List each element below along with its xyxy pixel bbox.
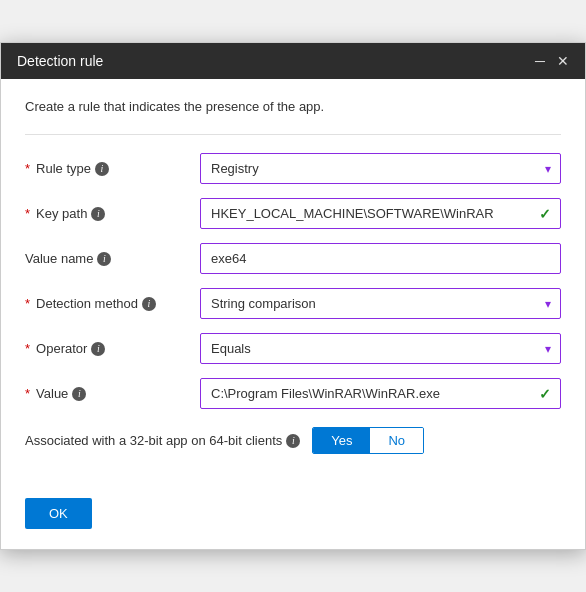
operator-select[interactable]: Equals Not equal Greater than Greater th… [200, 333, 561, 364]
key-path-label: * Key path i [25, 206, 200, 221]
operator-control: Equals Not equal Greater than Greater th… [200, 333, 561, 364]
detection-method-row: * Detection method i String comparison I… [25, 288, 561, 319]
operator-info-icon[interactable]: i [91, 342, 105, 356]
required-star: * [25, 161, 30, 176]
rule-type-info-icon[interactable]: i [95, 162, 109, 176]
ok-button[interactable]: OK [25, 498, 92, 529]
key-path-info-icon[interactable]: i [91, 207, 105, 221]
minimize-icon[interactable]: ─ [535, 53, 545, 69]
header-actions: ─ ✕ [535, 53, 569, 69]
toggle-yes-button[interactable]: Yes [313, 428, 370, 453]
detection-method-select[interactable]: String comparison Integer comparison Ver… [200, 288, 561, 319]
rule-type-control: Registry File system MSI product code Sc… [200, 153, 561, 184]
associated-label: Associated with a 32-bit app on 64-bit c… [25, 433, 300, 448]
divider [25, 134, 561, 135]
dialog-title: Detection rule [17, 53, 103, 69]
operator-row: * Operator i Equals Not equal Greater th… [25, 333, 561, 364]
rule-type-select[interactable]: Registry File system MSI product code Sc… [200, 153, 561, 184]
associated-row: Associated with a 32-bit app on 64-bit c… [25, 427, 561, 454]
value-control: ✓ [200, 378, 561, 409]
detection-method-control: String comparison Integer comparison Ver… [200, 288, 561, 319]
value-name-input[interactable] [200, 243, 561, 274]
description-text: Create a rule that indicates the presenc… [25, 99, 561, 114]
detection-method-label: * Detection method i [25, 296, 200, 311]
dialog-body: Create a rule that indicates the presenc… [1, 79, 585, 482]
value-info-icon[interactable]: i [72, 387, 86, 401]
value-row: * Value i ✓ [25, 378, 561, 409]
toggle-no-button[interactable]: No [370, 428, 423, 453]
associated-info-icon[interactable]: i [286, 434, 300, 448]
value-name-label: Value name i [25, 251, 200, 266]
dialog-footer: OK [1, 482, 585, 549]
required-star: * [25, 296, 30, 311]
associated-toggle: Yes No [312, 427, 424, 454]
value-name-info-icon[interactable]: i [97, 252, 111, 266]
close-icon[interactable]: ✕ [557, 53, 569, 69]
key-path-input[interactable] [200, 198, 561, 229]
detection-method-info-icon[interactable]: i [142, 297, 156, 311]
key-path-control: ✓ [200, 198, 561, 229]
rule-type-row: * Rule type i Registry File system MSI p… [25, 153, 561, 184]
rule-type-label: * Rule type i [25, 161, 200, 176]
required-star: * [25, 386, 30, 401]
required-star: * [25, 341, 30, 356]
value-label: * Value i [25, 386, 200, 401]
dialog-header: Detection rule ─ ✕ [1, 43, 585, 79]
value-input[interactable] [200, 378, 561, 409]
value-name-row: Value name i [25, 243, 561, 274]
operator-label: * Operator i [25, 341, 200, 356]
required-star: * [25, 206, 30, 221]
detection-rule-dialog: Detection rule ─ ✕ Create a rule that in… [0, 42, 586, 550]
value-name-control [200, 243, 561, 274]
key-path-row: * Key path i ✓ [25, 198, 561, 229]
